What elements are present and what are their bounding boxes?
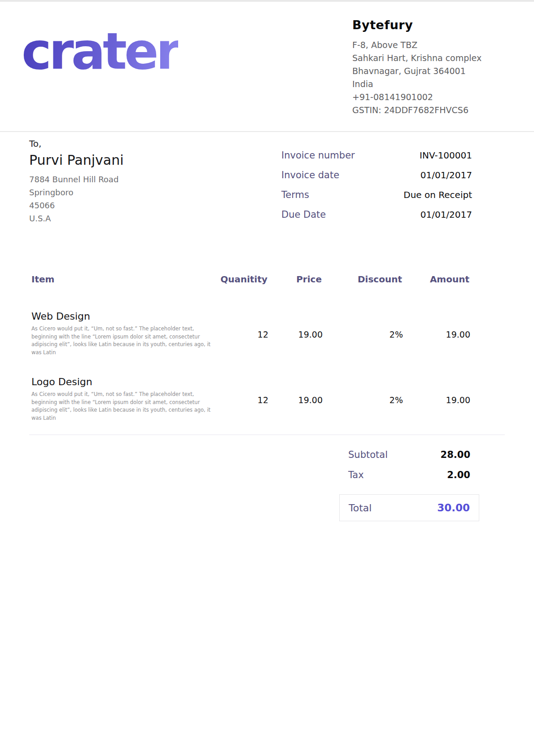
item-price: 19.00 [268,376,323,422]
col-header-item: Item [31,274,218,285]
item-discount: 2% [323,311,403,356]
customer-address-line: 45066 [29,199,281,212]
item-name: Logo Design [31,376,219,387]
items-divider [29,435,505,435]
tax-value: 2.00 [447,470,470,480]
company-name: Bytefury [352,18,512,32]
col-header-quantity: Quanitity [218,274,267,285]
item-quantity: 12 [219,311,268,356]
items-table-header: Item Quanitity Price Discount Amount [31,274,469,285]
item-discount: 2% [323,376,403,422]
totals-section: Subtotal 28.00 Tax 2.00 Total 30.00 [339,449,479,521]
subtotal-row: Subtotal 28.00 [339,449,479,460]
company-address-line: Sahkari Hart, Krishna complex [352,52,512,65]
due-date-row: Due Date 01/01/2017 [281,209,472,220]
item-price: 19.00 [268,311,323,356]
total-box: Total 30.00 [339,494,479,521]
invoice-date-label: Invoice date [281,170,339,180]
subtotal-label: Subtotal [348,449,388,460]
bill-to-block: To, Purvi Panjvani 7884 Bunnel Hill Road… [29,138,281,229]
customer-address-line: 7884 Bunnel Hill Road [29,173,281,186]
invoice-number-row: Invoice number INV-100001 [281,150,472,161]
company-address-line: F-8, Above TBZ [352,39,512,52]
item-description: As Cicero would put it, “Um, not so fast… [31,325,219,356]
col-header-discount: Discount [322,274,402,285]
customer-name: Purvi Panjvani [29,152,281,168]
invoice-date-row: Invoice date 01/01/2017 [281,170,472,180]
invoice-page: crater Bytefury F-8, Above TBZ Sahkari H… [0,2,534,521]
item-amount: 19.00 [403,311,470,356]
col-header-amount: Amount [402,274,469,285]
invoice-date-value: 01/01/2017 [420,170,472,180]
due-date-label: Due Date [281,209,326,220]
due-date-value: 01/01/2017 [420,209,472,220]
invoice-header: crater Bytefury F-8, Above TBZ Sahkari H… [0,2,534,132]
items-table: Item Quanitity Price Discount Amount Web… [29,274,505,422]
table-row: Logo Design As Cicero would put it, “Um,… [31,376,469,422]
company-gstin: GSTIN: 24DDF7682FHVCS6 [352,104,512,117]
bill-to-label: To, [29,138,281,149]
invoice-number-label: Invoice number [281,150,355,161]
company-address-line: India [352,78,512,91]
customer-address-line: U.S.A [29,212,281,225]
table-row: Web Design As Cicero would put it, “Um, … [31,311,469,356]
company-address-line: Bhavnagar, Gujrat 364001 [352,65,512,78]
invoice-number-value: INV-100001 [420,150,472,161]
company-info: Bytefury F-8, Above TBZ Sahkari Hart, Kr… [352,17,512,131]
item-cell: Web Design As Cicero would put it, “Um, … [31,311,219,356]
item-description: As Cicero would put it, “Um, not so fast… [31,391,219,422]
parties-section: To, Purvi Panjvani 7884 Bunnel Hill Road… [29,138,505,229]
item-amount: 19.00 [403,376,470,422]
item-name: Web Design [31,311,219,322]
tax-label: Tax [348,470,364,480]
item-cell: Logo Design As Cicero would put it, “Um,… [31,376,219,422]
col-header-price: Price [267,274,322,285]
invoice-body: To, Purvi Panjvani 7884 Bunnel Hill Road… [0,138,534,521]
subtotal-value: 28.00 [441,449,470,460]
terms-label: Terms [281,189,309,200]
company-phone: +91-08141901002 [352,91,512,104]
customer-address-line: Springboro [29,186,281,199]
tax-row: Tax 2.00 [339,470,479,480]
terms-row: Terms Due on Receipt [281,189,472,200]
total-value: 30.00 [437,502,470,514]
total-label: Total [349,502,372,514]
item-quantity: 12 [219,376,268,422]
terms-value: Due on Receipt [403,189,472,200]
invoice-meta-block: Invoice number INV-100001 Invoice date 0… [281,138,505,229]
crater-logo: crater [22,24,178,131]
